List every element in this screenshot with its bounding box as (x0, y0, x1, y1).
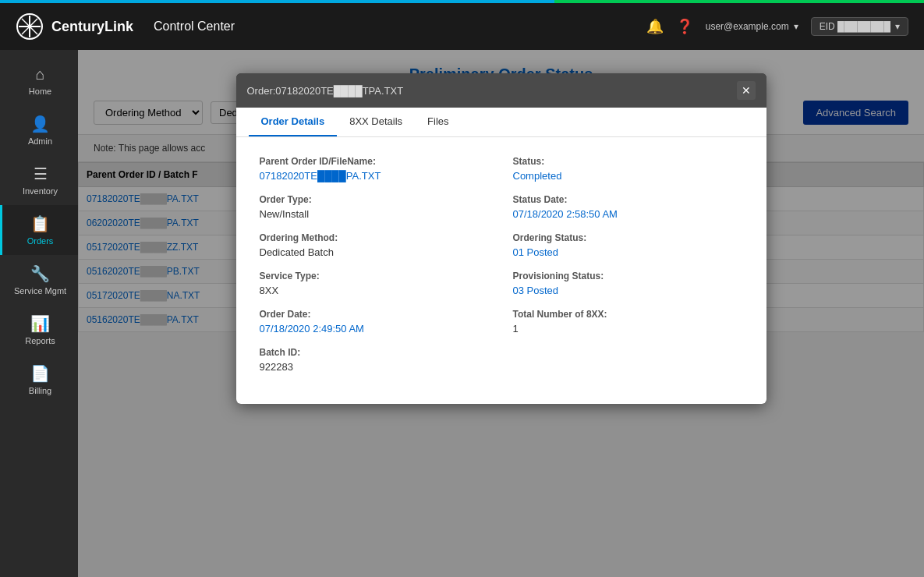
sidebar-item-orders[interactable]: 📋 Orders (0, 205, 78, 255)
provisioning-status-label: Provisioning Status: (513, 271, 743, 281)
detail-row-order-date: Order Date: 07/18/2020 2:49:50 AM (260, 309, 490, 335)
service-type-value: 8XX (260, 285, 490, 296)
orders-icon: 📋 (30, 214, 50, 233)
detail-section-left: Parent Order ID/FileName: 07182020TE████… (260, 156, 490, 385)
reports-icon: 📊 (30, 314, 50, 333)
billing-icon: 📄 (30, 364, 50, 383)
logo-text: CenturyLink (51, 19, 133, 35)
order-date-label: Order Date: (260, 309, 490, 320)
ordering-status-label: Ordering Status: (513, 232, 743, 243)
app-title: Control Center (154, 19, 235, 34)
detail-row-provisioning-status: Provisioning Status: 03 Posted (513, 271, 743, 296)
ordering-method-label: Ordering Method: (260, 232, 490, 243)
topbar: CenturyLink Control Center 🔔 ❓ user@exam… (0, 3, 924, 50)
home-icon: ⌂ (35, 65, 44, 83)
detail-row-total-8xx: Total Number of 8XX: 1 (513, 309, 743, 335)
main-layout: ⌂ Home 👤 Admin ☰ Inventory 📋 Orders 🔧 Se… (0, 50, 924, 577)
detail-section-right: Status: Completed Status Date: 07/18/202… (513, 156, 743, 385)
modal-close-button[interactable]: ✕ (737, 81, 756, 100)
chevron-down-icon: ▾ (794, 21, 798, 32)
detail-row-parent-id: Parent Order ID/FileName: 07182020TE████… (260, 156, 490, 182)
eid-badge[interactable]: EID ████████ ▾ (811, 17, 908, 36)
sidebar-item-inventory[interactable]: ☰ Inventory (0, 155, 78, 205)
sidebar-label-billing: Billing (29, 386, 51, 395)
eid-label: EID ████████ (820, 21, 890, 32)
sidebar-label-home: Home (29, 87, 51, 96)
admin-icon: 👤 (30, 115, 50, 133)
sidebar-label-admin: Admin (28, 136, 52, 146)
batch-id-value: 922283 (260, 361, 490, 373)
eid-chevron-icon: ▾ (895, 21, 900, 32)
sidebar-label-service-mgmt: Service Mgmt (14, 286, 66, 296)
detail-row-status-date: Status Date: 07/18/2020 2:58:50 AM (513, 194, 743, 220)
detail-row-service-type: Service Type: 8XX (260, 271, 490, 296)
detail-grid: Parent Order ID/FileName: 07182020TE████… (260, 156, 743, 385)
sidebar-item-home[interactable]: ⌂ Home (0, 56, 78, 105)
order-type-label: Order Type: (260, 194, 490, 205)
order-detail-modal: Order:07182020TE████TPA.TXT ✕ Order Deta… (236, 73, 766, 404)
status-date-value: 07/18/2020 2:58:50 AM (513, 208, 743, 220)
provisioning-status-value: 03 Posted (513, 285, 743, 296)
help-button[interactable]: ❓ (676, 18, 693, 35)
detail-row-ordering-method: Ordering Method: Dedicated Batch (260, 232, 490, 258)
detail-row-ordering-status: Ordering Status: 01 Posted (513, 232, 743, 258)
sidebar-label-orders: Orders (27, 236, 54, 246)
detail-row-batch-id: Batch ID: 922283 (260, 347, 490, 373)
detail-row-status: Status: Completed (513, 156, 743, 182)
ordering-status-value: 01 Posted (513, 246, 743, 258)
parent-order-id-value: 07182020TE████PA.TXT (260, 170, 490, 182)
content-area: Preliminary Order Status Ordering Method… (78, 50, 924, 577)
parent-order-id-label: Parent Order ID/FileName: (260, 156, 490, 167)
modal-overlay: Order:07182020TE████TPA.TXT ✕ Order Deta… (78, 50, 924, 577)
modal-tabs: Order Details 8XX Details Files (236, 108, 766, 137)
total-8xx-label: Total Number of 8XX: (513, 309, 743, 320)
tab-order-details[interactable]: Order Details (249, 108, 338, 136)
batch-id-label: Batch ID: (260, 347, 490, 358)
tab-files[interactable]: Files (415, 108, 461, 136)
service-type-label: Service Type: (260, 271, 490, 281)
sidebar-item-service-mgmt[interactable]: 🔧 Service Mgmt (0, 255, 78, 305)
sidebar: ⌂ Home 👤 Admin ☰ Inventory 📋 Orders 🔧 Se… (0, 50, 78, 577)
sidebar-item-reports[interactable]: 📊 Reports (0, 305, 78, 355)
detail-row-order-type: Order Type: New/Install (260, 194, 490, 220)
total-8xx-value: 1 (513, 323, 743, 335)
status-date-label: Status Date: (513, 194, 743, 205)
modal-title: Order:07182020TE████TPA.TXT (247, 85, 404, 97)
modal-body: Parent Order ID/FileName: 07182020TE████… (236, 137, 766, 404)
modal-header: Order:07182020TE████TPA.TXT ✕ (236, 73, 766, 108)
order-date-value: 07/18/2020 2:49:50 AM (260, 323, 490, 335)
inventory-icon: ☰ (34, 165, 48, 183)
logo: CenturyLink (16, 12, 133, 41)
user-menu[interactable]: user@example.com ▾ (706, 21, 798, 32)
tab-8xx-details[interactable]: 8XX Details (337, 108, 415, 136)
sidebar-label-reports: Reports (25, 336, 55, 345)
order-type-value: New/Install (260, 208, 490, 220)
ordering-method-value: Dedicated Batch (260, 246, 490, 258)
user-label: user@example.com (706, 21, 789, 32)
logo-icon (16, 12, 44, 41)
sidebar-label-inventory: Inventory (23, 186, 58, 196)
notifications-button[interactable]: 🔔 (646, 18, 664, 35)
status-label: Status: (513, 156, 743, 167)
service-mgmt-icon: 🔧 (30, 264, 50, 283)
sidebar-item-billing[interactable]: 📄 Billing (0, 355, 78, 405)
sidebar-item-admin[interactable]: 👤 Admin (0, 105, 78, 155)
topbar-right: 🔔 ❓ user@example.com ▾ EID ████████ ▾ (646, 17, 908, 36)
status-value: Completed (513, 170, 743, 182)
